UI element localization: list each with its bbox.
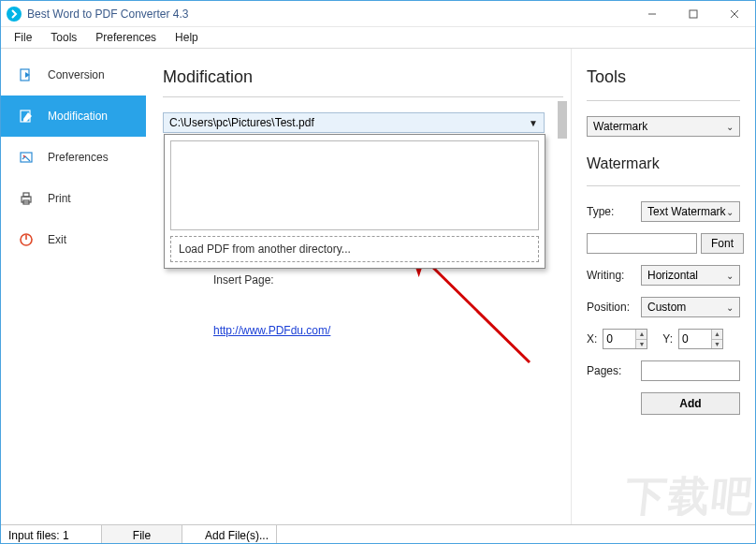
menubar: File Tools Preferences Help [1, 27, 755, 48]
add-button[interactable]: Add [641, 392, 740, 415]
watermark-text-input[interactable] [587, 233, 697, 254]
status-input-files: Input files: 1 [1, 525, 102, 544]
position-value: Custom [647, 301, 686, 314]
writing-value: Horizontal [647, 269, 698, 282]
watermark-type-value: Text Watermark [647, 205, 726, 218]
position-label: Position: [587, 301, 641, 314]
main-panel: Modification C:\Users\pc\Pictures\Test.p… [146, 49, 572, 524]
writing-select[interactable]: Horizontal ⌄ [641, 265, 740, 286]
tools-heading: Tools [587, 67, 740, 87]
chevron-down-icon: ⌄ [726, 122, 734, 132]
sidebar-item-exit[interactable]: Exit [1, 219, 146, 260]
sidebar-item-label: Exit [48, 233, 66, 246]
position-select[interactable]: Custom ⌄ [641, 297, 740, 317]
insert-page-label: Insert Page: [213, 273, 563, 287]
sidebar: Conversion Modification Preferences Prin… [1, 49, 146, 524]
y-spin-down[interactable]: ▼ [712, 340, 722, 349]
pages-label: Pages: [587, 364, 641, 377]
print-icon [18, 190, 35, 207]
page-heading: Modification [163, 67, 563, 87]
menu-help[interactable]: Help [167, 29, 206, 46]
sidebar-item-label: Modification [48, 110, 108, 123]
writing-label: Writing: [587, 269, 641, 282]
x-spin-down[interactable]: ▼ [636, 340, 647, 349]
x-input[interactable] [603, 330, 635, 348]
sidebar-item-preferences[interactable]: Preferences [1, 137, 146, 178]
status-file-button[interactable]: File [102, 525, 182, 544]
file-dropdown-panel: Load PDF from another directory... [164, 134, 545, 269]
x-spin-up[interactable]: ▲ [636, 330, 647, 340]
type-label: Type: [587, 205, 641, 218]
svg-rect-8 [23, 193, 29, 197]
x-label: X: [587, 332, 597, 346]
x-spinner[interactable]: ▲▼ [603, 329, 647, 349]
sidebar-item-label: Preferences [48, 151, 109, 164]
tools-selector[interactable]: Watermark ⌄ [587, 116, 740, 137]
watermark-type-select[interactable]: Text Watermark ⌄ [641, 201, 740, 222]
pdfdu-link[interactable]: http://www.PDFdu.com/ [213, 324, 330, 337]
window-title: Best Word to PDF Converter 4.3 [27, 7, 189, 21]
pages-input[interactable] [641, 360, 740, 381]
y-spinner[interactable]: ▲▼ [678, 329, 723, 349]
statusbar: Input files: 1 File Add File(s)... [1, 524, 755, 544]
sidebar-item-modification[interactable]: Modification [1, 96, 146, 137]
file-dropdown-value: C:\Users\pc\Pictures\Test.pdf [169, 116, 314, 129]
menu-tools[interactable]: Tools [43, 29, 84, 46]
file-dropdown[interactable]: C:\Users\pc\Pictures\Test.pdf ▼ Load PDF… [163, 112, 545, 133]
convert-icon [18, 66, 35, 83]
file-preview-box[interactable] [170, 140, 539, 230]
exit-icon [18, 231, 35, 248]
watermark-heading: Watermark [587, 155, 740, 172]
app-icon [7, 7, 22, 22]
tools-selector-value: Watermark [593, 120, 647, 133]
chevron-down-icon: ⌄ [726, 207, 734, 217]
sidebar-item-label: Print [48, 192, 71, 205]
main-scrollbar[interactable] [558, 101, 567, 515]
sidebar-item-conversion[interactable]: Conversion [1, 54, 146, 96]
menu-preferences[interactable]: Preferences [88, 29, 164, 46]
font-button[interactable]: Font [701, 233, 744, 254]
titlebar: Best Word to PDF Converter 4.3 [1, 1, 755, 27]
chevron-down-icon: ⌄ [726, 271, 734, 281]
preferences-icon [18, 149, 35, 166]
sidebar-item-label: Conversion [48, 68, 105, 81]
close-button[interactable] [714, 1, 755, 26]
tools-panel: Tools Watermark ⌄ Watermark Type: Text W… [572, 49, 755, 524]
y-label: Y: [662, 332, 673, 346]
load-other-directory[interactable]: Load PDF from another directory... [170, 236, 539, 262]
status-add-files[interactable]: Add File(s)... [182, 525, 277, 544]
menu-file[interactable]: File [7, 29, 39, 46]
y-spin-up[interactable]: ▲ [712, 330, 722, 340]
modify-icon [18, 108, 35, 125]
maximize-button[interactable] [673, 1, 714, 26]
chevron-down-icon: ⌄ [726, 302, 734, 313]
minimize-button[interactable] [632, 1, 673, 26]
pdfdu-link-row: http://www.PDFdu.com/ [213, 324, 563, 337]
y-input[interactable] [679, 330, 711, 348]
svg-rect-1 [690, 10, 697, 18]
chevron-down-icon: ▼ [529, 118, 538, 128]
sidebar-item-print[interactable]: Print [1, 178, 146, 219]
